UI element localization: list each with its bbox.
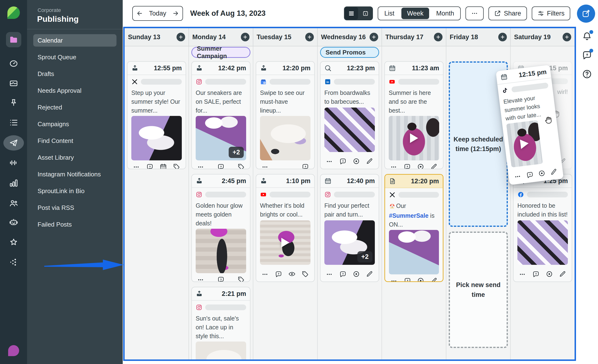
list-density-toggle[interactable] (345, 7, 358, 20)
post-card[interactable]: 1:25 pmHonored to be included in this li… (513, 174, 572, 282)
more-action-icon[interactable] (132, 162, 141, 169)
view-action-icon[interactable] (416, 276, 425, 282)
sidebar-item-sproutlink-in-bio[interactable]: SproutLink in Bio (33, 185, 116, 197)
sidebar-item-find-content[interactable]: Find Content (33, 135, 116, 147)
apps-dots-icon[interactable] (9, 257, 18, 267)
today-button[interactable]: Today (147, 10, 169, 17)
compose-button[interactable] (577, 5, 595, 23)
more-action-icon[interactable] (390, 276, 399, 282)
dashboard-gauge-icon[interactable] (9, 59, 18, 68)
publishing-plane-icon[interactable] (3, 135, 24, 151)
post-card[interactable]: 2:45 pmGolden hour glow meets golden dea… (191, 174, 250, 282)
folder-icon[interactable] (6, 32, 21, 47)
edit-action-icon[interactable] (429, 276, 438, 282)
bot-icon[interactable] (9, 218, 18, 227)
notifications-bell-icon[interactable] (582, 31, 592, 41)
edit-action-icon[interactable] (365, 157, 374, 165)
tag-action-icon[interactable] (237, 275, 245, 282)
boost-action-icon[interactable] (525, 170, 535, 179)
boost-action-icon[interactable] (403, 162, 412, 169)
post-card[interactable]: 12:20 pmOur #SummerSale is ON... (384, 174, 443, 282)
boost-action-icon[interactable] (339, 270, 347, 278)
more-action-icon[interactable] (513, 171, 523, 181)
help-icon[interactable] (582, 69, 592, 79)
eye-action-icon[interactable] (288, 270, 296, 278)
pin-icon[interactable] (9, 98, 18, 108)
listening-waveform-icon[interactable] (9, 158, 18, 168)
sidebar-item-drafts[interactable]: Drafts (33, 68, 116, 80)
boost-action-icon[interactable] (339, 157, 347, 165)
campaign-pill[interactable]: Summer Campaign (191, 47, 250, 58)
boost-action-icon[interactable] (217, 162, 225, 169)
account-leaf-icon[interactable] (8, 345, 19, 356)
hashtag-link[interactable]: #SummerSale (389, 212, 428, 219)
promos-pill[interactable]: Send Promos (320, 47, 379, 58)
post-card[interactable]: 12:23 pminFrom boardwalks to barbecues..… (320, 61, 379, 169)
edit-action-icon[interactable] (558, 270, 567, 278)
add-post-button[interactable] (176, 33, 185, 41)
more-action-icon[interactable] (325, 270, 334, 278)
view-action-icon[interactable] (545, 270, 554, 278)
sidebar-item-post-via-rss[interactable]: Post via RSS (33, 202, 116, 214)
add-post-button[interactable] (563, 33, 571, 41)
more-action-icon[interactable] (261, 162, 270, 169)
task-list-icon[interactable] (9, 118, 18, 127)
boost-action-icon[interactable] (301, 162, 309, 169)
view-action-icon[interactable] (537, 169, 546, 178)
view-tab-month[interactable]: Month (430, 7, 460, 20)
sidebar-item-needs-approval[interactable]: Needs Approval (33, 84, 116, 97)
view-action-icon[interactable] (352, 270, 360, 278)
view-action-icon[interactable] (416, 162, 425, 169)
next-week-button[interactable] (169, 7, 183, 20)
previous-week-button[interactable] (133, 7, 147, 20)
boost-action-icon[interactable] (403, 276, 412, 282)
post-card[interactable]: 1:10 pmWhether it's bold brights or cool… (256, 174, 315, 282)
post-card[interactable]: 12:20 pmGSwipe to see our must-have line… (256, 61, 315, 169)
audience-people-icon[interactable] (9, 198, 18, 208)
more-action-icon[interactable] (325, 157, 334, 165)
star-icon[interactable] (9, 238, 18, 247)
post-card[interactable]: 12:55 pmStep up your summer style! Our s… (127, 61, 186, 169)
post-card[interactable]: 11:23 amSummer is here and so are the be… (384, 61, 443, 169)
view-action-icon[interactable] (352, 157, 360, 165)
reports-bars-icon[interactable] (9, 178, 18, 188)
post-card[interactable]: 12:42 pmOur sneakers are on SALE, perfec… (191, 61, 250, 169)
sidebar-item-sprout-queue[interactable]: Sprout Queue (33, 51, 116, 63)
boost-action-icon[interactable] (217, 275, 225, 282)
view-tab-week[interactable]: Week (401, 8, 429, 19)
inbox-icon[interactable] (9, 78, 18, 88)
sidebar-item-rejected[interactable]: Rejected (33, 101, 116, 113)
sidebar-item-calendar[interactable]: Calendar (33, 34, 116, 47)
edit-action-icon[interactable] (549, 167, 558, 177)
more-action-icon[interactable] (390, 162, 398, 169)
boost-action-icon[interactable] (274, 270, 283, 278)
boost-chat-icon[interactable] (582, 50, 592, 60)
boost-action-icon[interactable] (532, 270, 540, 278)
sidebar-item-failed-posts[interactable]: Failed Posts (33, 218, 116, 231)
tag-action-icon[interactable] (237, 162, 245, 169)
more-action-icon[interactable] (518, 270, 527, 278)
edit-action-icon[interactable] (365, 270, 374, 278)
filters-button[interactable]: Filters (532, 7, 571, 20)
sidebar-item-asset-library[interactable]: Asset Library (33, 151, 116, 164)
sidebar-item-campaigns[interactable]: Campaigns (33, 118, 116, 130)
add-post-button[interactable] (498, 33, 507, 41)
sidebar-item-instagram-notifications[interactable]: Instagram Notifications (33, 168, 116, 180)
calendar-action-icon[interactable] (159, 162, 167, 169)
tag-action-icon[interactable] (301, 270, 309, 278)
view-tab-list[interactable]: List (378, 7, 401, 20)
calendar-density-toggle[interactable]: 1 (359, 7, 372, 20)
boost-action-icon[interactable] (146, 162, 154, 169)
add-post-button[interactable] (434, 33, 442, 41)
more-options-button[interactable] (465, 7, 484, 20)
post-card[interactable]: 12:40 pmFind your perfect pair and turn.… (320, 174, 379, 282)
tag-action-icon[interactable] (172, 162, 181, 169)
add-post-button[interactable] (305, 33, 314, 41)
add-post-button[interactable] (241, 33, 249, 41)
more-action-icon[interactable] (197, 162, 205, 169)
post-card[interactable]: 2:21 pmSun's out, sale's on! Lace up in … (191, 287, 250, 359)
share-button[interactable]: Share (489, 7, 527, 20)
edit-action-icon[interactable] (430, 162, 438, 169)
more-action-icon[interactable] (261, 270, 270, 278)
add-post-button[interactable] (370, 33, 378, 41)
